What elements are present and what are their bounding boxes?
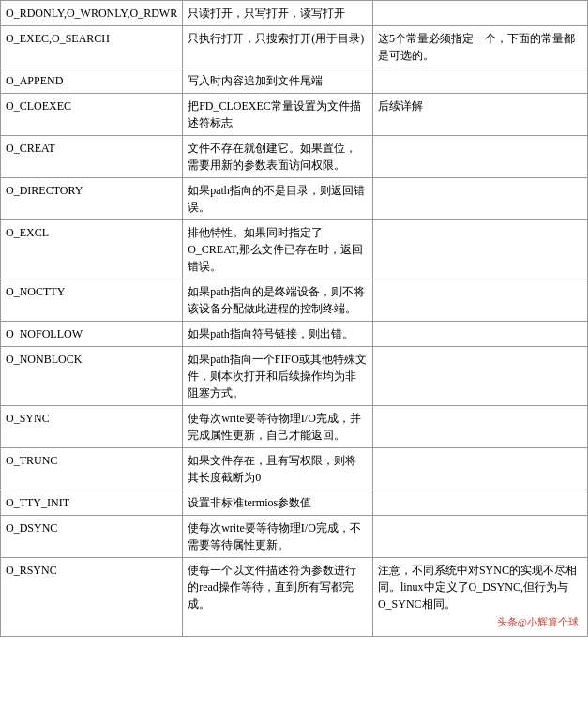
- flag-description: 只执行打开，只搜索打开(用于目录): [183, 26, 373, 68]
- flag-description: 设置非标准termios参数值: [183, 490, 373, 516]
- main-table: O_RDONLY,O_WRONLY,O_RDWR只读打开，只写打开，读写打开O_…: [0, 0, 588, 637]
- flag-name: O_DSYNC: [1, 516, 183, 558]
- flag-description: 把FD_CLOEXEC常量设置为文件描述符标志: [183, 94, 373, 136]
- flag-name: O_SYNC: [1, 406, 183, 448]
- table-row: O_NOFOLLOW如果path指向符号链接，则出错。: [1, 322, 588, 347]
- flag-note: [372, 279, 587, 322]
- table-row: O_DSYNC使每次write要等待物理I/O完成，不需要等待属性更新。: [1, 516, 588, 558]
- table-row: O_RDONLY,O_WRONLY,O_RDWR只读打开，只写打开，读写打开: [1, 1, 588, 26]
- flag-description: 写入时内容追加到文件尾端: [183, 68, 373, 94]
- flag-name: O_APPEND: [1, 68, 183, 94]
- table-row: O_TRUNC如果文件存在，且有写权限，则将其长度截断为0: [1, 448, 588, 490]
- flag-name: O_EXCL: [1, 220, 183, 279]
- flag-description: 如果path指向的不是目录，则返回错误。: [183, 178, 373, 220]
- flag-name: O_NONBLOCK: [1, 347, 183, 406]
- flag-name: O_EXEC,O_SEARCH: [1, 26, 183, 68]
- table-row: O_RSYNC使每一个以文件描述符为参数进行的read操作等待，直到所有写都完成…: [1, 558, 588, 637]
- flag-description: 文件不存在就创建它。如果置位，需要用新的参数表面访问权限。: [183, 136, 373, 178]
- flag-name: O_CLOEXEC: [1, 94, 183, 136]
- flag-note: [372, 178, 587, 220]
- flag-description: 如果path指向一个FIFO或其他特殊文件，则本次打开和后续操作均为非阻塞方式。: [183, 347, 373, 406]
- flag-name: O_RDONLY,O_WRONLY,O_RDWR: [1, 1, 183, 26]
- flag-name: O_RSYNC: [1, 558, 183, 637]
- flag-description: 如果path指向的是终端设备，则不将该设备分配做此进程的控制终端。: [183, 279, 373, 322]
- flag-note: 注意，不同系统中对SYNC的实现不尽相同。linux中定义了O_DSYNC,但行…: [372, 558, 587, 637]
- table-row: O_CLOEXEC把FD_CLOEXEC常量设置为文件描述符标志后续详解: [1, 94, 588, 136]
- table-row: O_CREAT文件不存在就创建它。如果置位，需要用新的参数表面访问权限。: [1, 136, 588, 178]
- flag-note: [372, 406, 587, 448]
- flag-note: [372, 1, 587, 26]
- table-row: O_TTY_INIT设置非标准termios参数值: [1, 490, 588, 516]
- flag-description: 如果path指向符号链接，则出错。: [183, 322, 373, 347]
- flag-note: [372, 516, 587, 558]
- flag-note: [372, 136, 587, 178]
- flag-name: O_NOFOLLOW: [1, 322, 183, 347]
- flag-note: [372, 347, 587, 406]
- flag-note: [372, 490, 587, 516]
- watermark: 头条@小辉算个球: [378, 612, 582, 632]
- table-row: O_DIRECTORY如果path指向的不是目录，则返回错误。: [1, 178, 588, 220]
- flag-description: 使每次write要等待物理I/O完成，不需要等待属性更新。: [183, 516, 373, 558]
- flag-note: 这5个常量必须指定一个，下面的常量都是可选的。: [372, 26, 587, 68]
- table-row: O_NOCTTY如果path指向的是终端设备，则不将该设备分配做此进程的控制终端…: [1, 279, 588, 322]
- table-row: O_NONBLOCK如果path指向一个FIFO或其他特殊文件，则本次打开和后续…: [1, 347, 588, 406]
- flag-description: 只读打开，只写打开，读写打开: [183, 1, 373, 26]
- table-row: O_EXEC,O_SEARCH只执行打开，只搜索打开(用于目录)这5个常量必须指…: [1, 26, 588, 68]
- flag-name: O_CREAT: [1, 136, 183, 178]
- table-row: O_EXCL排他特性。如果同时指定了O_CREAT,那么文件已存在时，返回错误。: [1, 220, 588, 279]
- table-row: O_SYNC使每次write要等待物理I/O完成，并完成属性更新，自己才能返回。: [1, 406, 588, 448]
- table-row: O_APPEND写入时内容追加到文件尾端: [1, 68, 588, 94]
- flag-note: [372, 220, 587, 279]
- flag-description: 使每一个以文件描述符为参数进行的read操作等待，直到所有写都完成。: [183, 558, 373, 637]
- flag-description: 排他特性。如果同时指定了O_CREAT,那么文件已存在时，返回错误。: [183, 220, 373, 279]
- flag-note: [372, 68, 587, 94]
- flag-name: O_NOCTTY: [1, 279, 183, 322]
- flag-note: 后续详解: [372, 94, 587, 136]
- flag-note: [372, 448, 587, 490]
- flag-description: 如果文件存在，且有写权限，则将其长度截断为0: [183, 448, 373, 490]
- flag-name: O_TTY_INIT: [1, 490, 183, 516]
- flag-description: 使每次write要等待物理I/O完成，并完成属性更新，自己才能返回。: [183, 406, 373, 448]
- flag-name: O_TRUNC: [1, 448, 183, 490]
- flag-note: [372, 322, 587, 347]
- flag-name: O_DIRECTORY: [1, 178, 183, 220]
